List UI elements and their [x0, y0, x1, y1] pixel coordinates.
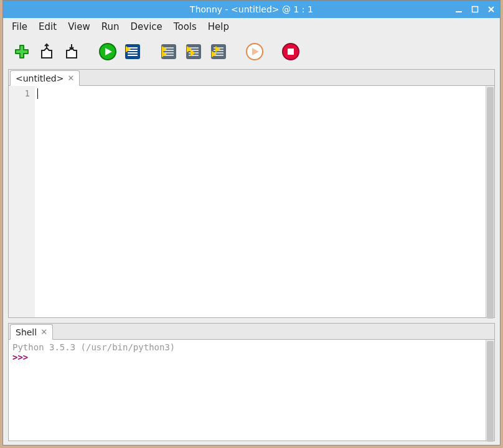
- svg-rect-1: [472, 7, 478, 12]
- save-file-button[interactable]: [62, 42, 82, 62]
- save-icon: [63, 43, 80, 60]
- tab-close-icon[interactable]: ✕: [67, 74, 74, 82]
- app-window: Thonny - <untitled> @ 1 : 1 File Edit Vi…: [2, 0, 501, 446]
- menubar: File Edit View Run Device Tools Help: [3, 18, 500, 35]
- code-area: 1: [9, 86, 494, 317]
- tab-close-icon[interactable]: ✕: [40, 328, 47, 336]
- scrollbar-thumb[interactable]: [487, 341, 494, 442]
- step-into-button[interactable]: [184, 42, 204, 62]
- menu-view[interactable]: View: [63, 19, 95, 34]
- menu-file[interactable]: File: [7, 19, 32, 34]
- titlebar[interactable]: Thonny - <untitled> @ 1 : 1: [3, 1, 500, 18]
- maximize-button[interactable]: [470, 4, 480, 14]
- play-icon: [98, 42, 117, 61]
- stop-icon: [281, 42, 300, 61]
- menu-edit[interactable]: Edit: [34, 19, 62, 34]
- menu-run[interactable]: Run: [96, 19, 125, 34]
- open-icon: [38, 43, 55, 60]
- editor-pane: <untitled> ✕ 1: [8, 69, 495, 318]
- window-controls: [454, 1, 496, 18]
- step-into-icon: [184, 42, 203, 61]
- menu-device[interactable]: Device: [126, 19, 167, 34]
- svg-rect-6: [125, 44, 140, 59]
- text-cursor: [37, 88, 38, 99]
- close-button[interactable]: [486, 4, 496, 14]
- shell-prompt: >>>: [12, 352, 28, 362]
- svg-rect-26: [211, 44, 226, 59]
- shell-tab[interactable]: Shell ✕: [10, 324, 53, 340]
- shell-output[interactable]: Python 3.5.3 (/usr/bin/python3) >>>: [9, 340, 494, 441]
- shell-tab-label: Shell: [16, 327, 37, 337]
- code-editor[interactable]: [35, 86, 486, 317]
- step-over-button[interactable]: [159, 42, 179, 62]
- svg-rect-12: [161, 44, 176, 59]
- shell-scrollbar[interactable]: [486, 340, 494, 441]
- step-out-icon: [209, 42, 228, 61]
- editor-tab[interactable]: <untitled> ✕: [10, 70, 80, 86]
- line-number: 1: [9, 88, 30, 98]
- shell-version-line: Python 3.5.3 (/usr/bin/python3): [12, 342, 486, 352]
- menu-tools[interactable]: Tools: [169, 19, 202, 34]
- editor-tabstrip: <untitled> ✕: [9, 70, 494, 86]
- plus-icon: [13, 43, 31, 60]
- editor-scrollbar[interactable]: [486, 86, 494, 317]
- open-file-button[interactable]: [37, 42, 57, 62]
- new-file-button[interactable]: [12, 42, 32, 62]
- toolbar: [3, 35, 500, 68]
- scrollbar-thumb[interactable]: [487, 87, 494, 319]
- step-over-icon: [159, 42, 178, 61]
- resume-icon: [245, 42, 264, 61]
- minimize-button[interactable]: [454, 4, 464, 14]
- shell-pane: Shell ✕ Python 3.5.3 (/usr/bin/python3) …: [8, 323, 495, 441]
- debug-icon: [123, 42, 142, 61]
- editor-tab-label: <untitled>: [16, 73, 63, 83]
- shell-tabstrip: Shell ✕: [9, 324, 494, 340]
- svg-rect-36: [288, 49, 294, 55]
- window-title: Thonny - <untitled> @ 1 : 1: [190, 4, 313, 14]
- line-number-gutter: 1: [9, 86, 35, 317]
- resume-button[interactable]: [245, 42, 265, 62]
- menu-help[interactable]: Help: [203, 19, 234, 34]
- stop-button[interactable]: [281, 42, 301, 62]
- step-out-button[interactable]: [209, 42, 228, 62]
- run-button[interactable]: [98, 42, 118, 62]
- debug-button[interactable]: [123, 42, 143, 62]
- svg-rect-19: [186, 44, 201, 59]
